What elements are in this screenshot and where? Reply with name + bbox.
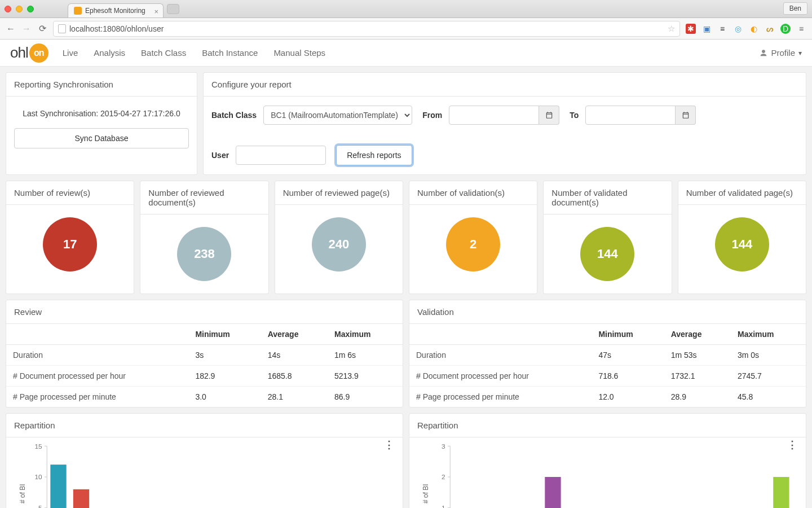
from-field: From	[422, 106, 559, 125]
chart-menu-button[interactable]: ⋮	[785, 439, 799, 452]
summary-card: Number of validated page(s)144	[678, 181, 806, 294]
config-panel: Configure your report Batch Class BC1 (M…	[203, 72, 806, 175]
nav-live[interactable]: Live	[63, 48, 78, 58]
main-nav: Live Analysis Batch Class Batch Instance…	[63, 48, 325, 58]
review-repartition-panel: Repartition ⋮ # of BI 51015	[6, 413, 403, 508]
review-repartition-title: Repartition	[6, 414, 403, 437]
summary-card-title: Number of validated document(s)	[544, 181, 671, 214]
config-panel-title: Configure your report	[204, 73, 806, 97]
user-input[interactable]	[236, 146, 326, 165]
chart-menu-button[interactable]: ⋮	[382, 439, 396, 452]
extension-icon[interactable]: ✱	[686, 24, 696, 34]
sync-panel: Reporting Synchronisation Last Synchroni…	[6, 72, 197, 175]
table-row: # Page processed per minute3.028.186.9	[6, 387, 403, 408]
summary-card: Number of validation(s)2	[409, 181, 537, 294]
summary-card: Number of review(s)17	[6, 181, 134, 294]
tab-close-icon[interactable]: ×	[154, 7, 158, 16]
summary-card: Number of reviewed page(s)240	[275, 181, 403, 294]
summary-card-title: Number of reviewed document(s)	[140, 181, 268, 214]
app-header: ohl on Live Analysis Batch Class Batch I…	[0, 40, 812, 67]
window-close-button[interactable]	[5, 6, 11, 12]
address-bar-url: localhost:18080/ohlon/user	[69, 24, 164, 33]
summary-cards-row: Number of review(s)17Number of reviewed …	[6, 181, 806, 294]
sync-panel-title: Reporting Synchronisation	[6, 73, 197, 97]
summary-circle: 2	[446, 217, 500, 271]
to-field: To	[570, 106, 696, 125]
validation-repartition-chart: 123	[432, 443, 796, 508]
address-bar[interactable]: localhost:18080/ohlon/user ☆	[53, 21, 680, 37]
sync-status: Last Synchronisation: 2015-04-27 17:17:2…	[14, 109, 189, 118]
summary-circle: 144	[715, 217, 769, 271]
profile-menu[interactable]: Profile ▾	[760, 48, 802, 58]
table-row: # Document processed per hour718.61732.1…	[409, 366, 806, 387]
to-calendar-button[interactable]	[676, 106, 696, 125]
table-row: Duration3s14s1m 6s	[6, 345, 403, 366]
batch-class-field: Batch Class BC1 (MailroomAutomationTempl…	[211, 106, 412, 125]
chart-ylabel: # of BI	[16, 443, 29, 508]
window-controls	[5, 6, 34, 12]
summary-card-title: Number of validated page(s)	[678, 181, 806, 205]
validation-stats-title: Validation	[409, 300, 806, 324]
user-field: User	[211, 146, 326, 165]
validation-repartition-panel: Repartition ⋮ # of BI 123	[409, 413, 806, 508]
summary-card: Number of reviewed document(s)238	[140, 181, 268, 294]
svg-rect-8	[73, 489, 89, 508]
summary-circle: 144	[580, 227, 634, 281]
browser-menu-icon[interactable]: ≡	[796, 24, 806, 34]
review-stats-table: Minimum Average Maximum Duration3s14s1m …	[6, 324, 403, 407]
tab-title: Ephesoft Monitoring	[85, 7, 145, 15]
extension-icon[interactable]: ▣	[701, 24, 712, 34]
page-icon	[58, 24, 66, 33]
user-label: User	[211, 151, 229, 160]
new-tab-button[interactable]	[167, 4, 179, 14]
validation-stats-panel: Validation Minimum Average Maximum Durat…	[409, 300, 806, 408]
app-logo[interactable]: ohl on	[10, 43, 48, 63]
table-row: Duration47s1m 53s3m 0s	[409, 345, 806, 366]
nav-batch-instance[interactable]: Batch Instance	[202, 48, 258, 58]
extension-icons: ✱ ▣ ≡ ◎ ◐ ᔕ D ≡	[686, 24, 806, 34]
window-zoom-button[interactable]	[27, 6, 34, 12]
nav-batch-class[interactable]: Batch Class	[141, 48, 186, 58]
page-content: Reporting Synchronisation Last Synchroni…	[0, 67, 812, 508]
extension-icon[interactable]: ᔕ	[765, 24, 775, 34]
svg-text:3: 3	[442, 443, 445, 450]
validation-repartition-title: Repartition	[409, 414, 806, 437]
extension-icon[interactable]: ≡	[717, 24, 727, 34]
extension-icon[interactable]: D	[780, 24, 791, 34]
svg-rect-7	[50, 465, 66, 508]
nav-manual-steps[interactable]: Manual Steps	[273, 48, 325, 58]
sync-database-button[interactable]: Sync Database	[14, 128, 189, 148]
forward-button[interactable]: →	[21, 24, 32, 34]
reload-button[interactable]: ⟳	[37, 24, 47, 34]
refresh-reports-button[interactable]: Refresh reports	[336, 145, 412, 165]
chart-ylabel: # of BI	[420, 443, 432, 508]
extension-icon[interactable]: ◎	[733, 24, 743, 34]
nav-analysis[interactable]: Analysis	[94, 48, 125, 58]
table-row: # Page processed per minute12.028.945.8	[409, 387, 806, 408]
chevron-down-icon: ▾	[798, 49, 802, 57]
svg-text:2: 2	[442, 473, 445, 480]
from-calendar-button[interactable]	[539, 106, 559, 125]
back-button[interactable]: ←	[6, 24, 16, 34]
window-minimize-button[interactable]	[16, 6, 23, 12]
table-row: # Document processed per hour182.91685.8…	[6, 366, 403, 387]
person-icon	[760, 49, 767, 57]
browser-tab-strip: Ephesoft Monitoring × Ben	[0, 0, 812, 18]
from-date-input[interactable]	[449, 106, 539, 125]
logo-text: ohl	[10, 44, 28, 62]
svg-rect-19	[773, 477, 789, 508]
extension-icon[interactable]: ◐	[749, 24, 759, 34]
bookmark-star-icon[interactable]: ☆	[668, 24, 675, 34]
summary-circle: 240	[312, 217, 366, 271]
batch-class-select[interactable]: BC1 (MailroomAutomationTemplate)	[263, 106, 412, 125]
browser-tab[interactable]: Ephesoft Monitoring ×	[68, 3, 164, 17]
summary-circle: 17	[43, 217, 97, 271]
browser-profile-button[interactable]: Ben	[783, 2, 807, 15]
to-date-input[interactable]	[585, 106, 676, 125]
batch-class-label: Batch Class	[211, 111, 257, 120]
browser-toolbar: ← → ⟳ localhost:18080/ohlon/user ☆ ✱ ▣ ≡…	[0, 18, 812, 40]
from-label: From	[422, 111, 442, 120]
svg-rect-18	[545, 477, 561, 508]
calendar-icon	[682, 111, 690, 119]
review-repartition-chart: 51015	[29, 443, 392, 508]
